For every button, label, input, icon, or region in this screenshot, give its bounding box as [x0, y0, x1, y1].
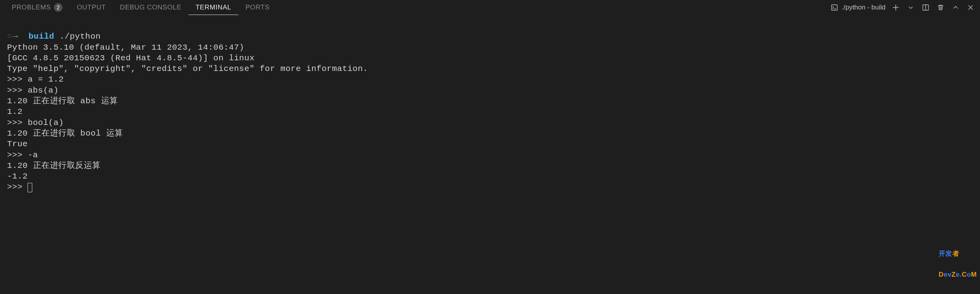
terminal-line: >>> abs(a)	[7, 86, 59, 95]
watermark-text: Z	[952, 271, 956, 278]
watermark-text: о	[967, 271, 971, 278]
tab-terminal-label: TERMINAL	[196, 4, 231, 11]
tab-ports[interactable]: PORTS	[239, 0, 277, 15]
watermark-text: e.	[956, 271, 962, 278]
terminal-line: Python 3.5.10 (default, Mar 11 2023, 14:…	[7, 43, 250, 52]
tab-output[interactable]: OUTPUT	[70, 0, 113, 15]
split-terminal-button[interactable]	[921, 3, 930, 12]
panel-header: PROBLEMS 2 OUTPUT DEBUG CONSOLE TERMINAL…	[0, 0, 980, 15]
terminal-line: [GCC 4.8.5 20150623 (Red Hat 4.8.5-44)] …	[7, 54, 255, 63]
terminal-line: >>> -a	[7, 151, 38, 160]
terminal-line: True	[7, 140, 28, 149]
terminal-line: 1.2	[7, 107, 22, 116]
tab-debug-console[interactable]: DEBUG CONSOLE	[113, 0, 189, 15]
problems-badge: 2	[54, 3, 63, 12]
new-terminal-button[interactable]	[891, 3, 900, 12]
watermark-text: ev	[944, 271, 952, 278]
watermark-text: M	[971, 271, 977, 278]
tab-debug-console-label: DEBUG CONSOLE	[120, 4, 181, 11]
watermark-text: 者	[952, 250, 960, 257]
tab-ports-label: PORTS	[246, 4, 270, 11]
launch-label: ./python - build	[841, 4, 886, 11]
terminal-cursor	[28, 183, 32, 192]
tab-problems[interactable]: PROBLEMS 2	[5, 0, 70, 15]
terminal-line: >>> bool(a)	[7, 118, 64, 127]
watermark-text: D	[939, 271, 944, 278]
prompt-dir: build	[28, 32, 54, 41]
terminal-line: 1.20 正在进行取反运算	[7, 161, 101, 170]
watermark-text: 开发	[939, 250, 952, 257]
prompt-circle-icon: ○	[7, 32, 12, 41]
header-right: ./python - build	[830, 3, 975, 12]
terminal-prompt-last: >>>	[7, 182, 28, 192]
terminal-line: Type "help", "copyright", "credits" or "…	[7, 64, 368, 73]
kill-terminal-button[interactable]	[936, 3, 945, 12]
prompt-command: ./python	[59, 32, 101, 41]
terminal-content[interactable]: ○→ build ./python Python 3.5.10 (default…	[0, 15, 980, 294]
terminal-line: 1.20 正在进行取 bool 运算	[7, 129, 123, 138]
close-panel-button[interactable]	[966, 3, 975, 12]
terminal-line: -1.2	[7, 172, 28, 181]
tab-problems-label: PROBLEMS	[12, 4, 51, 11]
terminal-line: 1.20 正在进行取 abs 运算	[7, 97, 118, 106]
terminal-icon	[830, 3, 839, 12]
terminal-line: >>> a = 1.2	[7, 75, 64, 84]
tab-terminal[interactable]: TERMINAL	[189, 0, 239, 15]
terminal-launch-profile[interactable]: ./python - build	[830, 3, 886, 12]
chevron-down-icon[interactable]	[906, 3, 915, 12]
tab-output-label: OUTPUT	[77, 4, 105, 11]
panel-tabs: PROBLEMS 2 OUTPUT DEBUG CONSOLE TERMINAL…	[5, 0, 277, 15]
watermark-text: C	[962, 271, 967, 278]
prompt-arrow-icon: →	[13, 32, 18, 41]
svg-rect-0	[832, 5, 838, 10]
maximize-panel-button[interactable]	[951, 3, 960, 12]
watermark: 开发者 DevZe.CоM	[939, 236, 977, 292]
